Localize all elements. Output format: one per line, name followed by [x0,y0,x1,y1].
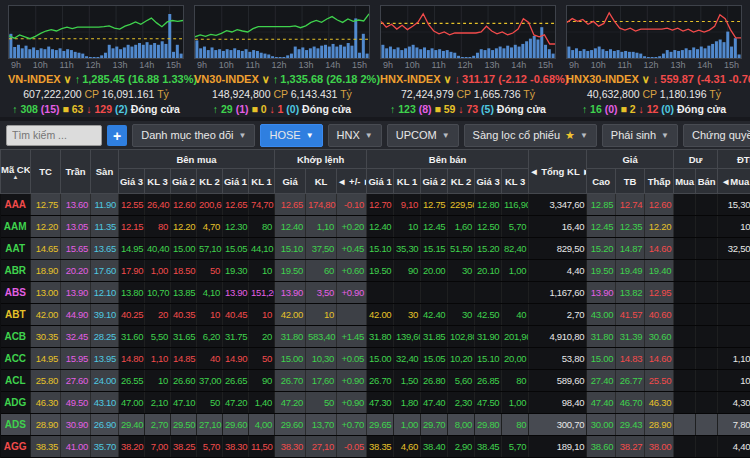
cell: 17.90 [119,260,145,282]
cell: 14.87 [616,238,645,260]
cell: 12.20 [171,216,197,238]
chevron-down-icon[interactable]: ∨ [64,73,72,85]
cell: 49.50 [61,392,91,414]
index-name[interactable]: HNX-INDEX [380,73,441,85]
column-header[interactable]: TB [616,169,645,194]
cell: 47.20 [275,392,306,414]
column-header[interactable]: KL 1 [249,169,275,194]
column-header[interactable]: ◄Mua [718,169,750,194]
chevron-down-icon[interactable]: ∨ [642,73,650,85]
column-header[interactable]: Giá 2 [171,169,197,194]
column-header[interactable]: KL 1 [394,169,421,194]
cell: 1,167,60 [529,282,587,304]
ticker-ADS[interactable]: ADS [1,414,31,436]
market-breadth-line: ↑ 29 (1) ■ 0 ↓ 1 (0) Đóng cửa [194,102,370,117]
ticker-ABR[interactable]: ABR [1,260,31,282]
toolbar-button-danh-m-c-theo-d-i[interactable]: Danh mục theo dõi▼ [132,124,255,147]
cell: 2,70 [145,414,171,436]
chevron-down-icon[interactable]: ∨ [444,73,452,85]
column-header-tong-kl[interactable]: ◄ Tổng KL ► [529,150,587,194]
index-panel-hnx-index: 9h10h11h12h13h14h15hHNX-INDEX∨↓311.17 (-… [380,5,556,117]
column-header[interactable]: Giá 3 [119,169,145,194]
cell [367,282,394,304]
search-input[interactable] [6,125,102,146]
ticker-AAA[interactable]: AAA [1,194,31,216]
cell: 1,00 [394,414,421,436]
ticker-AAT[interactable]: AAT [1,238,31,260]
cell: 74,70 [249,194,275,216]
cell [674,436,696,458]
column-header[interactable]: KL 2 [197,169,223,194]
market-breadth-line: ↑ 123 (8) ■ 59 ↓ 73 (5) Đóng cửa [380,102,556,117]
index-volume-line: 148,924,800 CP 6,143.431 Tỷ [194,87,370,102]
ticker-ABT[interactable]: ABT [1,304,31,326]
column-header[interactable]: Mua [674,169,696,194]
up-arrow-icon: ↑ [273,73,279,85]
cell: 15.00 [587,348,616,370]
column-header-s-n[interactable]: Sàn [91,150,119,194]
column-header[interactable]: KL [306,169,337,194]
cell: 51,50 [448,238,475,260]
ticker-AGG[interactable]: AGG [1,436,31,458]
index-name[interactable]: VN30-INDEX [194,73,259,85]
cell: 10 [394,216,421,238]
column-header[interactable]: KL 3 [145,169,171,194]
toolbar-button-ch-ng-quy-n[interactable]: Chứng quyền [683,124,750,147]
cell: 15.10 [367,238,394,260]
cell [674,304,696,326]
ty-label: Tỷ [709,88,721,100]
ticker-ADG[interactable]: ADG [1,392,31,414]
cell: 19.49 [616,260,645,282]
toolbar-button-upcom[interactable]: UPCOM▼ [387,124,459,147]
index-name[interactable]: HNX30-INDEX [566,73,639,85]
cell: 6,20 [197,326,223,348]
column-header[interactable]: Cao [587,169,616,194]
column-header[interactable]: ◄ +/- ► [337,169,367,194]
cell: 31.39 [616,326,645,348]
column-header[interactable]: Thấp [645,169,674,194]
column-header[interactable]: KL 3 [502,169,529,194]
column-header-tc[interactable]: TC [31,150,61,194]
cell: 12.40 [367,216,394,238]
time-label: 10h [591,60,606,70]
ceiling-count: (15) [38,103,60,115]
cell: 42.00 [367,304,394,326]
cell: 13.05 [61,216,91,238]
ticker-AAM[interactable]: AAM [1,216,31,238]
column-header[interactable]: Bán [696,169,718,194]
index-name[interactable]: VN-INDEX [8,73,61,85]
cell: 11,50 [249,436,275,458]
ticker-ACC[interactable]: ACC [1,348,31,370]
cell: 31.90 [475,326,502,348]
column-header[interactable]: KL 2 [448,169,475,194]
column-header[interactable]: Giá [275,169,306,194]
column-header-tr-n[interactable]: Trần [61,150,91,194]
cell: 15.00 [275,348,306,370]
cell: 20,00 [502,348,529,370]
decliners-count: ↓ 73 [455,103,478,115]
toolbar-button-s-ng-l-c-c-phi-u[interactable]: Sàng lọc cổ phiếu★▼ [464,124,597,147]
column-header[interactable]: Giá 3 [475,169,502,194]
cell: 15.10 [475,348,502,370]
index-volume-value: 16,091.161 [102,88,157,100]
column-header-m-ck[interactable]: Mã CK▲ [1,150,31,194]
time-label: 13h [484,60,499,70]
toolbar-button-hose[interactable]: HOSE▼ [260,124,322,147]
ticker-ABS[interactable]: ABS [1,282,31,304]
cell: 39.10 [91,304,119,326]
toolbar-button-hnx[interactable]: HNX▼ [328,124,382,147]
column-header[interactable]: Giá 1 [223,169,249,194]
ticker-ACL[interactable]: ACL [1,370,31,392]
cell: 57,10 [197,238,223,260]
column-header[interactable]: Giá 1 [367,169,394,194]
column-header[interactable]: Giá 2 [421,169,448,194]
time-label: 13h [298,60,313,70]
index-chart [566,5,742,59]
toolbar-button-ph-i-sinh[interactable]: Phái sinh▼ [602,124,678,147]
cell: 18.90 [31,260,61,282]
time-label: 11h [432,60,446,70]
ticker-ACB[interactable]: ACB [1,326,31,348]
add-watchlist-button[interactable]: + [107,125,127,146]
index-shares: 607,222,200 [23,88,84,100]
chevron-down-icon[interactable]: ∨ [262,73,270,85]
